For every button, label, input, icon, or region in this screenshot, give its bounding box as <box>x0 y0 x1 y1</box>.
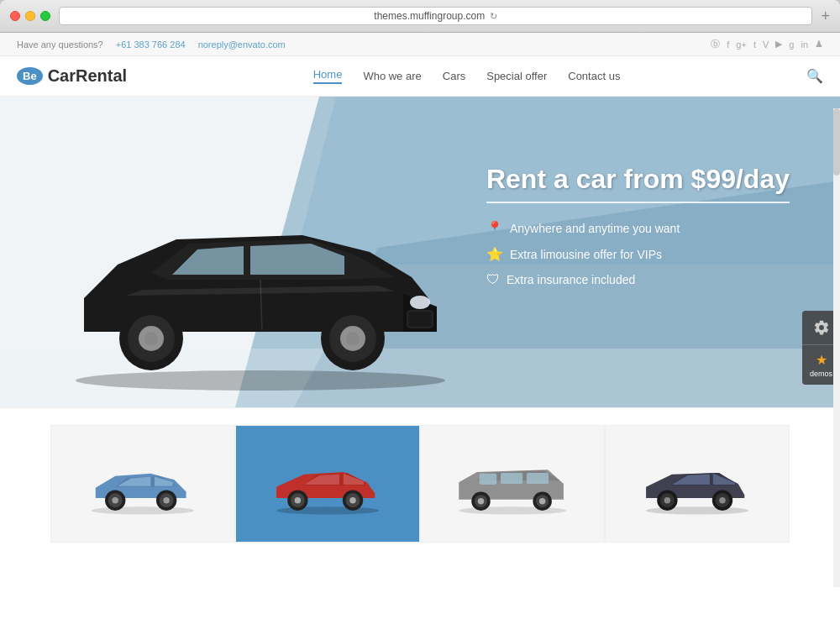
logo[interactable]: Be CarRental <box>17 66 127 86</box>
social-youtube-icon[interactable]: ▶ <box>775 39 782 50</box>
car-image-4 <box>630 446 764 522</box>
topbar-question: Have any questions? <box>17 39 103 50</box>
shield-icon: 🛡 <box>486 272 500 287</box>
car-thumb-2[interactable] <box>235 425 420 543</box>
car-image-3 <box>445 446 580 522</box>
svg-point-46 <box>719 497 726 504</box>
location-icon: 📍 <box>486 220 503 236</box>
website-content: Have any questions? +61 383 766 284 nore… <box>0 33 840 619</box>
logo-text: CarRental <box>48 66 127 86</box>
svg-rect-32 <box>501 473 522 484</box>
car-image-2 <box>260 446 395 522</box>
svg-point-14 <box>144 332 158 345</box>
logo-badge: Be <box>17 67 43 85</box>
svg-point-26 <box>295 497 302 504</box>
maximize-button[interactable] <box>40 11 50 21</box>
scrollbar[interactable] <box>833 108 840 587</box>
demos-label: demos <box>810 370 832 378</box>
hero-title-underline <box>486 202 790 203</box>
car-image-1 <box>76 446 210 522</box>
top-bar-left: Have any questions? +61 383 766 284 nore… <box>17 39 286 50</box>
star-icon: ★ <box>816 352 827 368</box>
svg-point-19 <box>112 497 118 504</box>
svg-point-10 <box>346 332 360 345</box>
nav-who-we-are[interactable]: Who we are <box>363 70 421 82</box>
svg-rect-6 <box>407 311 433 328</box>
hero-section: Rent a car from $99/day 📍 Anywhere and a… <box>0 97 840 407</box>
topbar-phone[interactable]: +61 383 766 284 <box>116 39 186 50</box>
hero-feature-3-text: Extra insurance included <box>507 273 635 286</box>
nav-links: Home Who we are Cars Special offer Conta… <box>313 68 621 84</box>
social-pinterest-icon[interactable]: ♟ <box>815 39 823 50</box>
social-blogger-icon[interactable]: ⓑ <box>711 38 720 50</box>
hero-feature-1: 📍 Anywhere and anytime you want <box>486 220 790 236</box>
car-svg-4 <box>634 450 760 517</box>
hero-feature-2: ⭐ Extra limousine offer for VIPs <box>486 246 790 262</box>
hero-text: Rent a car from $99/day 📍 Anywhere and a… <box>486 164 790 297</box>
nav-cars[interactable]: Cars <box>443 70 465 82</box>
car-thumb-3[interactable] <box>420 425 605 543</box>
svg-point-36 <box>478 498 485 505</box>
car-svg-2 <box>265 450 391 517</box>
nav-contact-us[interactable]: Contact us <box>568 70 620 82</box>
top-bar: Have any questions? +61 383 766 284 nore… <box>0 33 840 56</box>
svg-point-43 <box>664 497 671 504</box>
hero-car <box>42 147 479 399</box>
car-svg-1 <box>80 450 206 517</box>
svg-rect-31 <box>480 474 497 485</box>
hero-title: Rent a car from $99/day <box>486 164 790 195</box>
nav-special-offer[interactable]: Special offer <box>486 70 547 82</box>
scrollbar-thumb[interactable] <box>833 108 840 176</box>
hero-feature-3: 🛡 Extra insurance included <box>486 272 790 287</box>
svg-point-29 <box>349 497 356 504</box>
car-thumb-4[interactable] <box>605 425 790 543</box>
hero-feature-1-text: Anywhere and anytime you want <box>510 222 680 235</box>
svg-rect-33 <box>527 473 549 484</box>
car-svg-3 <box>449 450 575 517</box>
browser-window: themes.muffingroup.com ↻ + <box>0 0 840 33</box>
nav-home[interactable]: Home <box>313 68 343 84</box>
cars-section <box>0 407 840 543</box>
svg-point-16 <box>92 506 194 514</box>
top-bar-social: ⓑ f g+ t V ▶ g in ♟ <box>711 38 823 50</box>
search-icon[interactable]: 🔍 <box>806 68 823 84</box>
url-text: themes.muffingroup.com <box>374 10 485 22</box>
svg-point-5 <box>410 296 430 309</box>
car-thumb-1[interactable] <box>50 425 235 543</box>
social-linkedin-icon[interactable]: in <box>801 39 808 50</box>
svg-point-39 <box>539 498 546 505</box>
traffic-lights <box>10 11 50 21</box>
address-bar[interactable]: themes.muffingroup.com ↻ <box>59 7 812 25</box>
minimize-button[interactable] <box>25 11 35 21</box>
hero-feature-2-text: Extra limousine offer for VIPs <box>510 248 662 261</box>
topbar-email[interactable]: noreply@envato.com <box>198 39 286 50</box>
svg-point-22 <box>163 497 170 504</box>
social-twitter-icon[interactable]: t <box>753 39 756 50</box>
close-button[interactable] <box>10 11 20 21</box>
navbar: Be CarRental Home Who we are Cars Specia… <box>0 56 840 97</box>
social-google-icon[interactable]: g+ <box>736 39 747 50</box>
new-tab-button[interactable]: + <box>821 8 830 25</box>
refresh-icon[interactable]: ↻ <box>490 11 497 22</box>
social-googleplus-icon[interactable]: g <box>789 39 794 50</box>
star-badge-icon: ⭐ <box>486 246 503 262</box>
social-vimeo-icon[interactable]: V <box>763 39 769 50</box>
svg-point-4 <box>76 370 445 391</box>
social-facebook-icon[interactable]: f <box>727 39 729 50</box>
gear-icon <box>813 319 830 336</box>
browser-titlebar: themes.muffingroup.com ↻ + <box>0 0 840 33</box>
